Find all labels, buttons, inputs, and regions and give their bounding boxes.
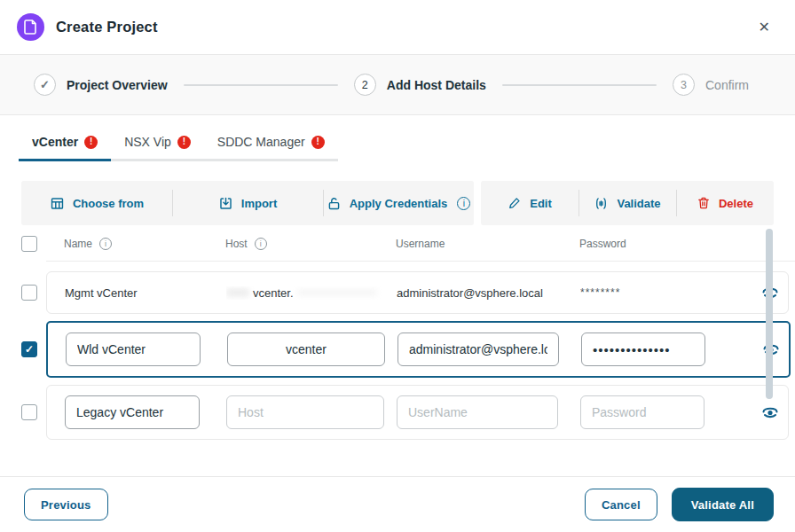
delete-label: Delete — [719, 197, 753, 210]
dialog-body: vCenter ! NSX Vip ! SDDC Manager ! Choos… — [0, 115, 795, 476]
column-label: Password — [579, 238, 626, 250]
column-label: Name — [64, 238, 92, 250]
host-name: Mgmt vCenter — [65, 286, 216, 300]
import-label: Import — [241, 197, 277, 210]
error-badge: ! — [177, 136, 191, 149]
step-number-circle: 3 — [673, 74, 695, 96]
import-button[interactable]: Import — [172, 181, 323, 225]
host-address: vcenter. — [226, 286, 386, 300]
host-card-legacy-vcenter — [46, 385, 789, 440]
wizard-stepper: ✓ Project Overview 2 Add Host Details 3 … — [0, 55, 795, 115]
host-card-wld-vcenter — [46, 321, 791, 378]
step-complete-circle: ✓ — [34, 74, 56, 96]
tab-sddc-manager[interactable]: SDDC Manager ! — [204, 128, 338, 159]
error-badge: ! — [311, 136, 325, 149]
delete-button[interactable]: Delete — [676, 181, 774, 225]
unlock-icon — [327, 196, 342, 211]
validate-label: Validate — [617, 197, 660, 210]
step-label: Add Host Details — [387, 78, 486, 92]
tab-label: vCenter — [32, 135, 78, 149]
close-icon[interactable]: ✕ — [755, 17, 774, 38]
edit-button[interactable]: Edit — [481, 181, 579, 225]
name-input[interactable] — [66, 332, 201, 366]
table-row: Mgmt vCenter vcenter. administrator@vsph… — [0, 271, 795, 314]
column-label: Username — [396, 238, 445, 250]
username-input[interactable] — [397, 395, 558, 429]
select-all-checkbox[interactable] — [21, 236, 37, 252]
create-project-dialog: Create Project ✕ ✓ Project Overview 2 Ad… — [0, 0, 795, 532]
table-header: Name i Host i Username Password — [46, 238, 795, 262]
step-label: Project Overview — [67, 78, 168, 92]
choose-from-button[interactable]: Choose from — [21, 181, 172, 225]
show-password-icon[interactable] — [752, 403, 788, 422]
column-username: Username — [396, 238, 569, 250]
redacted-blur — [226, 288, 249, 297]
password-masked: ******** — [580, 286, 704, 299]
validate-button[interactable]: Validate — [579, 181, 676, 225]
toolbar-group-add: Choose from Import Apply Credentials i — [21, 181, 474, 225]
info-icon[interactable]: i — [255, 238, 267, 250]
username-value: administrator@vsphere.local — [397, 286, 570, 300]
host-visible-text: vcenter. — [253, 286, 294, 300]
username-input[interactable] — [398, 332, 559, 366]
password-input[interactable] — [581, 332, 705, 366]
pencil-icon — [508, 196, 522, 210]
password-input[interactable] — [580, 395, 704, 429]
row-checkbox-checked[interactable]: ✓ — [21, 341, 37, 357]
column-name: Name i — [64, 238, 215, 250]
host-type-tabs: vCenter ! NSX Vip ! SDDC Manager ! — [19, 128, 338, 161]
check-icon: ✓ — [25, 343, 34, 356]
import-icon — [218, 196, 233, 211]
dialog-title: Create Project — [56, 19, 158, 35]
tab-label: SDDC Manager — [217, 135, 305, 149]
apply-credentials-button[interactable]: Apply Credentials i — [323, 181, 474, 225]
table-row — [0, 385, 795, 440]
tab-nsx-vip[interactable]: NSX Vip ! — [111, 128, 204, 159]
host-input[interactable] — [226, 395, 384, 429]
previous-button[interactable]: Previous — [24, 489, 108, 520]
step-label: Confirm — [705, 78, 749, 92]
validate-all-button[interactable]: Validate All — [672, 488, 774, 521]
tab-label: NSX Vip — [124, 135, 171, 149]
redacted-blur — [297, 290, 377, 295]
step-confirm[interactable]: 3 Confirm — [673, 74, 749, 96]
host-rows: Mgmt vCenter vcenter. administrator@vsph… — [0, 262, 795, 440]
edit-label: Edit — [530, 197, 552, 210]
tab-vcenter[interactable]: vCenter ! — [19, 128, 111, 159]
dialog-footer: Previous Cancel Validate All — [0, 476, 795, 532]
table-row: ✓ — [0, 321, 795, 378]
dialog-header: Create Project ✕ — [0, 0, 795, 55]
toolbar-group-actions: Edit Validate Delete — [481, 181, 774, 225]
host-input[interactable] — [227, 332, 385, 366]
trash-icon — [697, 196, 711, 210]
step-project-overview[interactable]: ✓ Project Overview — [34, 74, 168, 96]
row-checkbox[interactable] — [21, 404, 37, 420]
info-icon[interactable]: i — [99, 238, 112, 250]
info-icon[interactable]: i — [457, 197, 470, 210]
step-add-host-details[interactable]: 2 Add Host Details — [354, 74, 486, 96]
apply-credentials-label: Apply Credentials — [350, 197, 448, 210]
column-label: Host — [225, 238, 248, 250]
cancel-button[interactable]: Cancel — [585, 489, 657, 520]
project-document-icon — [17, 13, 44, 41]
step-connector — [502, 84, 657, 86]
validate-icon — [594, 196, 609, 211]
choose-from-label: Choose from — [73, 197, 144, 210]
error-badge: ! — [84, 136, 98, 149]
vertical-scrollbar[interactable] — [766, 229, 773, 399]
name-input[interactable] — [65, 395, 200, 429]
step-number-circle: 2 — [354, 74, 376, 96]
check-icon: ✓ — [40, 78, 50, 91]
column-password: Password — [579, 238, 704, 250]
table-grid-icon — [50, 196, 65, 211]
row-checkbox[interactable] — [21, 285, 37, 301]
column-host: Host i — [225, 238, 385, 250]
step-connector — [184, 84, 338, 86]
host-card-mgmt-vcenter: Mgmt vCenter vcenter. administrator@vsph… — [46, 271, 789, 314]
table-toolbar: Choose from Import Apply Credentials i E… — [21, 181, 774, 225]
